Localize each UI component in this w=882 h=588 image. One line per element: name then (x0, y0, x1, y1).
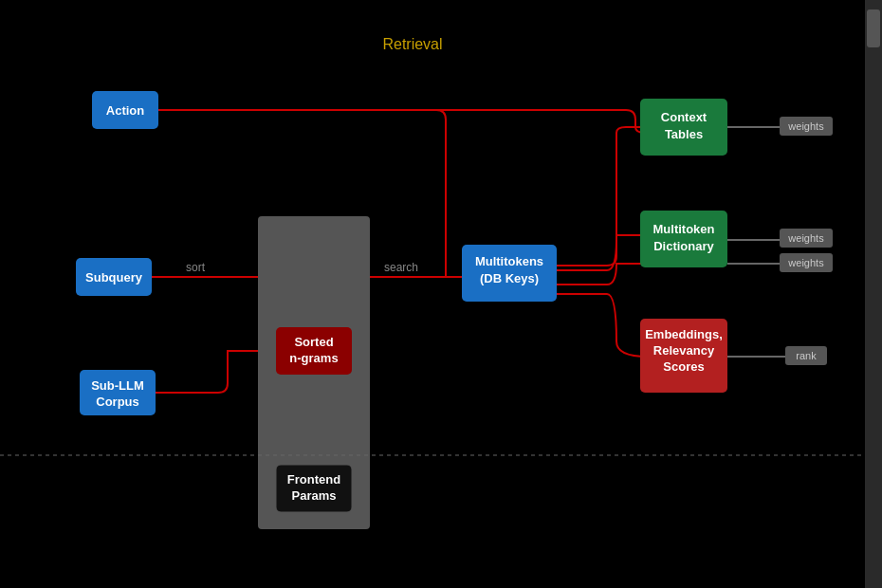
svg-rect-12 (867, 9, 880, 47)
subllm-corpus-label2: Corpus (96, 395, 139, 409)
sorted-ngrams-label2: n-grams (289, 351, 338, 365)
multitokens-label: Multitokens (475, 254, 543, 268)
context-tables-label2: Tables (665, 127, 703, 141)
weights-label-3: weights (787, 257, 824, 268)
svg-rect-11 (865, 0, 882, 588)
diagram-title: Retrieval (382, 36, 442, 52)
subquery-label: Subquery (85, 270, 143, 285)
embeddings-label2: Relevancy (653, 343, 715, 358)
multitokens-label2: (DB Keys) (480, 271, 539, 285)
subllm-corpus-label: Sub-LLM (91, 378, 144, 393)
search-label: search (384, 261, 418, 274)
embeddings-label: Embeddings, (645, 327, 723, 341)
frontend-params-label: Frontend (287, 472, 340, 487)
sorted-ngrams-label: Sorted (294, 335, 333, 349)
embeddings-label3: Scores (663, 359, 704, 374)
action-label: Action (106, 103, 145, 118)
rank-label: rank (796, 350, 817, 361)
frontend-params-label2: Params (292, 488, 337, 503)
sort-label: sort (186, 261, 206, 274)
multitoken-dict-label2: Dictionary (653, 239, 714, 253)
weights-label-2: weights (787, 232, 824, 244)
multitoken-dict-label: Multitoken (653, 222, 715, 236)
context-tables-label: Context (661, 110, 707, 124)
weights-label-1: weights (787, 120, 824, 132)
